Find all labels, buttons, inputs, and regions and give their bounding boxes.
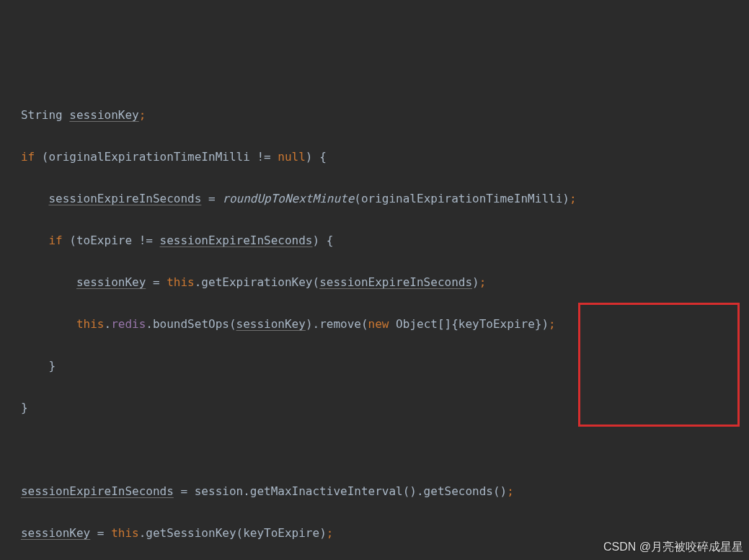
code-line: if (toExpire != sessionExpireInSeconds) … (0, 230, 749, 251)
variable: sessionKey (21, 526, 90, 540)
code-line (0, 439, 749, 460)
code-line: if (originalExpirationTimeInMilli != nul… (0, 146, 749, 167)
code-line: sessionExpireInSeconds = session.getMaxI… (0, 481, 749, 502)
code-line: this.redis.boundSetOps(sessionKey).remov… (0, 314, 749, 334)
code-editor[interactable]: String sessionKey; if (originalExpiratio… (0, 84, 749, 560)
keyword: this (111, 526, 139, 540)
code-line: } (0, 397, 749, 418)
keyword: if (48, 234, 62, 247)
keyword: this (167, 275, 195, 289)
code-line: sessionKey = this.getExpirationKey(sessi… (0, 272, 749, 293)
field: redis (111, 317, 146, 331)
code-line: sessionExpireInSeconds = roundUpToNextMi… (0, 188, 749, 209)
variable: sessionKey (236, 317, 306, 331)
static-method: roundUpToNextMinute (222, 192, 354, 205)
watermark: CSDN @月亮被咬碎成星星 (603, 536, 743, 557)
code-line: String sessionKey; (0, 105, 749, 125)
variable: sessionKey (76, 275, 146, 289)
variable: sessionExpireInSeconds (160, 234, 313, 247)
variable: sessionKey (69, 108, 138, 122)
variable: sessionExpireInSeconds (48, 192, 201, 205)
keyword: if (21, 150, 35, 164)
variable: sessionExpireInSeconds (319, 275, 472, 289)
code-line: } (0, 355, 749, 376)
keyword: null (278, 150, 306, 164)
keyword: new (368, 317, 389, 331)
keyword: this (76, 317, 105, 331)
variable: sessionExpireInSeconds (21, 484, 174, 498)
